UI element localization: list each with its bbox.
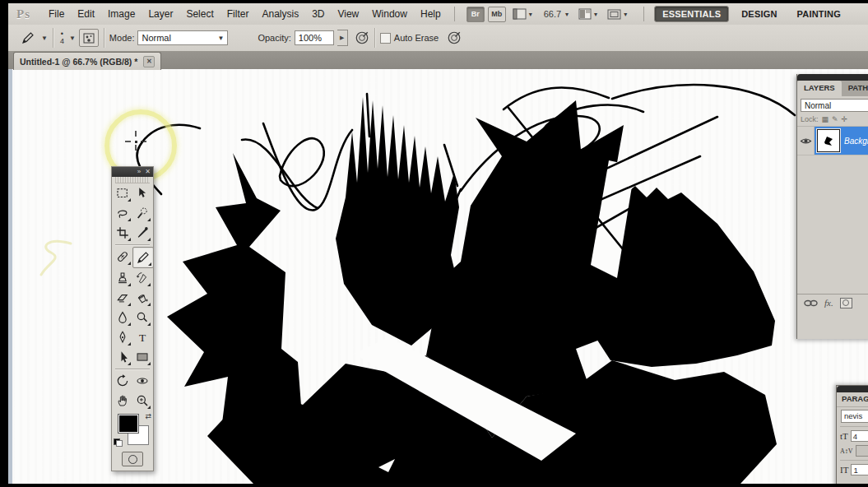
foreground-color-swatch[interactable] [118,414,139,434]
quick-mask-button[interactable] [122,452,143,466]
chevron-down-icon: ▾ [565,11,569,18]
menu-view[interactable]: View [331,7,365,21]
link-layers-icon[interactable] [804,299,818,307]
workspace-painting[interactable]: PAINTING [790,7,848,21]
layer-row-background[interactable]: Background [797,127,868,155]
font-family-select[interactable]: nevis [841,410,868,423]
close-document-icon[interactable]: ✕ [143,56,155,67]
move-icon [135,186,150,201]
layer-style-fx-icon[interactable]: fx. [824,298,833,308]
tab-paragraph[interactable]: PARAGRAPH [837,392,868,407]
add-layer-mask-icon[interactable] [840,298,852,308]
vertical-scale-input[interactable]: 1 [851,464,868,475]
type-icon: T [135,330,150,345]
tool-3d-rotate[interactable] [113,371,132,391]
layers-panel-footer: fx. [797,294,868,311]
screen-mode-button[interactable]: ▾ [604,7,630,21]
launch-bridge-button[interactable]: Br [466,7,485,22]
lock-position-icon[interactable]: ✛ [842,115,848,123]
panel-drag-bar[interactable] [797,74,868,81]
swap-colors-icon[interactable]: ⇄ [145,412,151,420]
tool-move[interactable] [132,183,152,203]
flyout-indicator [147,322,151,326]
tool-clone-stamp[interactable] [113,268,132,288]
eye-icon [800,137,812,146]
tablet-pressure-size-icon[interactable] [447,30,462,45]
active-tool-preset[interactable] [18,29,38,47]
tools-panel: » ✕ T ⇄ [111,166,154,471]
flyout-indicator [147,362,151,365]
tool-lasso[interactable] [113,203,132,223]
lock-transparency-icon[interactable]: ▦ [822,115,829,123]
menu-image[interactable]: Image [101,7,142,21]
tool-path-selection[interactable] [113,347,132,367]
tool-eraser[interactable] [113,288,132,308]
blend-mode-select[interactable]: Normal ▼ [137,30,228,45]
launch-mini-bridge-button[interactable]: Mb [488,7,506,22]
tool-dodge[interactable] [132,308,152,327]
tool-blur[interactable] [113,308,132,327]
lock-image-icon[interactable]: ✎ [832,115,838,123]
tool-rectangle[interactable] [132,347,152,367]
tablet-pressure-opacity-icon[interactable] [355,30,369,45]
panel-drag-bar[interactable] [837,386,868,392]
document-tab[interactable]: Untitled-1 @ 66.7% (RGB/8) * ✕ [13,52,161,70]
menu-edit[interactable]: Edit [71,7,101,21]
tool-group-2 [112,371,153,410]
arrange-documents-button[interactable]: ▾ [575,7,601,21]
svg-text:T: T [139,332,146,344]
workspace-design[interactable]: DESIGN [734,7,784,21]
menu-window[interactable]: Window [365,7,414,21]
collapse-panel-icon[interactable]: » [137,168,141,176]
flyout-indicator [147,283,151,286]
workspace-essentials[interactable]: ESSENTIALS [654,6,729,22]
tool-type[interactable]: T [132,327,152,347]
tool-zoom[interactable] [132,391,152,410]
tool-spot-healing-brush[interactable] [113,247,132,267]
chevron-down-icon: ▾ [594,11,597,18]
menu-file[interactable]: File [42,7,71,21]
close-panel-icon[interactable]: ✕ [145,168,151,176]
layer-blend-mode-select[interactable]: Normal [801,99,868,112]
window-chrome-strip [8,51,12,484]
menu-layer[interactable]: Layer [142,7,179,21]
tool-paint-bucket[interactable] [132,288,152,308]
opacity-slider-button[interactable]: ▶ [337,30,348,46]
tool-rectangular-marquee[interactable] [113,183,132,203]
kerning-input[interactable] [856,445,868,457]
flyout-indicator [128,303,131,306]
layer-visibility-toggle[interactable] [797,127,815,155]
flyout-indicator [128,218,131,221]
menu-help[interactable]: Help [414,7,448,21]
menu-analysis[interactable]: Analysis [255,7,305,21]
panel-grip[interactable] [115,177,150,183]
tool-3d-orbit[interactable] [132,371,152,391]
toggle-brush-panel-button[interactable] [79,29,99,47]
opacity-input[interactable]: 100% [295,30,334,45]
layer-name[interactable]: Background [844,137,868,146]
default-colors-icon[interactable] [114,438,123,447]
view-extras-button[interactable]: ▾ [509,7,536,21]
layer-thumbnail[interactable] [817,129,840,152]
zoom-level-control[interactable]: 66.7 ▾ [539,7,572,21]
tool-hand[interactable] [113,391,132,410]
tool-pen[interactable] [113,327,132,347]
font-size-input[interactable]: 4 [851,430,868,442]
tools-panel-header[interactable]: » ✕ [112,167,153,177]
tool-quick-selection[interactable] [132,203,152,223]
auto-erase-checkbox[interactable] [380,33,391,44]
hand-icon [115,393,130,408]
layer-list-empty-area [797,155,868,294]
tool-pencil[interactable] [132,247,154,268]
tool-history-brush[interactable] [132,268,152,288]
tool-eyedropper[interactable] [132,223,152,243]
tab-paths[interactable]: PATHS [842,81,868,96]
tab-layers[interactable]: LAYERS [797,81,842,96]
lock-label: Lock: [801,115,819,123]
menu-filter[interactable]: Filter [220,7,256,21]
tool-crop[interactable] [113,223,132,243]
brush-preset-picker[interactable]: • 4 [58,30,66,45]
menu-select[interactable]: Select [179,7,220,21]
zoom-level-value: 66.7 [542,9,563,19]
menu-3d[interactable]: 3D [305,7,331,21]
